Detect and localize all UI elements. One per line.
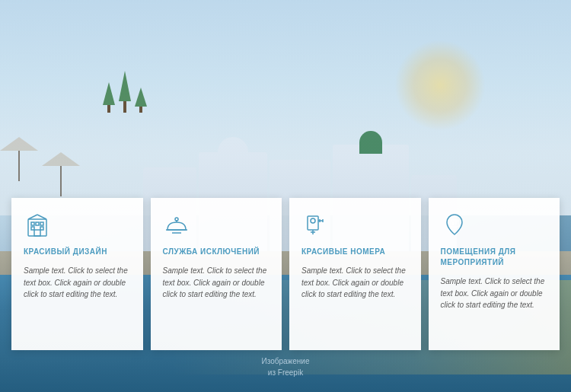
image-credit-line1: Изображение	[262, 355, 310, 367]
svg-point-11	[175, 218, 178, 221]
card-1-title: КРАСИВЫЙ ДИЗАЙН	[24, 247, 131, 257]
events-icon	[441, 212, 468, 239]
svg-line-8	[37, 215, 46, 219]
building-icon	[24, 212, 51, 239]
svg-rect-3	[40, 222, 43, 225]
card-4-text: Sample text. Click to select the text bo…	[441, 276, 548, 311]
card-4-title: ПОМЕЩЕНИЯ ДЛЯ МЕРОПРИЯТИЙ	[441, 247, 548, 268]
rooms-icon	[301, 212, 329, 239]
card-service: СЛУЖБА ИСКЛЮЧЕНИЙ Sample text. Click to …	[151, 198, 282, 350]
card-3-title: КРАСИВЫЕ НОМЕРА	[301, 247, 409, 257]
card-3-text: Sample text. Click to select the text bo…	[301, 265, 409, 301]
svg-rect-2	[36, 222, 39, 225]
service-icon	[163, 212, 190, 239]
svg-rect-21	[452, 222, 454, 225]
svg-line-7	[28, 215, 37, 219]
card-1-text: Sample text. Click to select the text bo…	[24, 265, 131, 301]
svg-rect-1	[31, 222, 34, 225]
card-2-text: Sample text. Click to select the text bo…	[163, 265, 270, 301]
svg-rect-20	[451, 220, 458, 227]
svg-rect-22	[455, 222, 457, 224]
card-rooms: КРАСИВЫЕ НОМЕРА Sample text. Click to se…	[289, 198, 421, 350]
image-credit: Изображение из Freepik	[262, 355, 310, 378]
card-events: ПОМЕЩЕНИЯ ДЛЯ МЕРОПРИЯТИЙ Sample text. C…	[429, 198, 560, 350]
card-beautiful-design: КРАСИВЫЙ ДИЗАЙН Sample text. Click to se…	[11, 198, 143, 350]
card-2-title: СЛУЖБА ИСКЛЮЧЕНИЙ	[163, 247, 270, 257]
cards-container: КРАСИВЫЙ ДИЗАЙН Sample text. Click to se…	[11, 198, 560, 350]
svg-point-16	[311, 218, 315, 223]
image-credit-line2: из Freepik	[262, 367, 310, 378]
svg-rect-6	[34, 230, 40, 236]
